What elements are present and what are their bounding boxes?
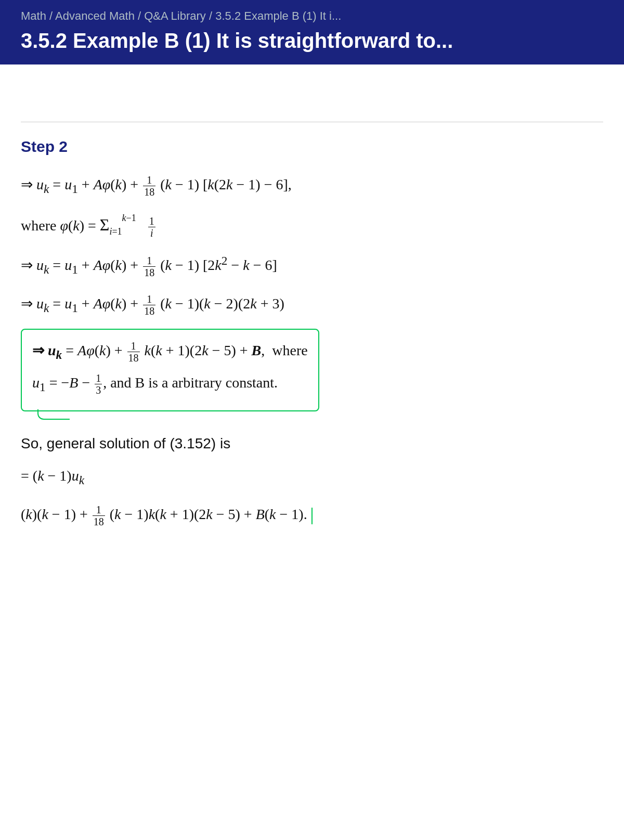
breadcrumb[interactable]: Math / Advanced Math / Q&A Library / 3.5… — [21, 9, 603, 23]
final-equation-2: (k)(k − 1) + 118 (k − 1)k(k + 1)(2k − 5)… — [21, 501, 603, 528]
equation-3: ⇒ uk = u1 + Aφ(k) + 118 (k − 1)(k − 2)(2… — [21, 290, 603, 319]
page-title: 3.5.2 Example B (1) It is straightforwar… — [21, 28, 603, 53]
step-label: Step 2 — [21, 138, 603, 156]
equation-2: ⇒ uk = u1 + Aφ(k) + 118 (k − 1) [2k2 − k… — [21, 250, 603, 281]
section-divider — [21, 122, 603, 122]
general-solution-intro: So, general solution of (3.152) is — [21, 435, 603, 452]
content-area: Step 2 ⇒ uk = u1 + Aφ(k) + 118 (k − 1) [… — [0, 64, 624, 568]
text-cursor — [311, 508, 313, 524]
final-equation-1: = (k − 1)uk — [21, 462, 603, 492]
page-header: Math / Advanced Math / Q&A Library / 3.5… — [0, 0, 624, 64]
equation-1: ⇒ uk = u1 + Aφ(k) + 118 (k − 1) [k(2k − … — [21, 171, 603, 240]
highlighted-equation: ⇒ uk = Aφ(k) + 118 k(k + 1)(2k − 5) + B,… — [21, 329, 319, 412]
